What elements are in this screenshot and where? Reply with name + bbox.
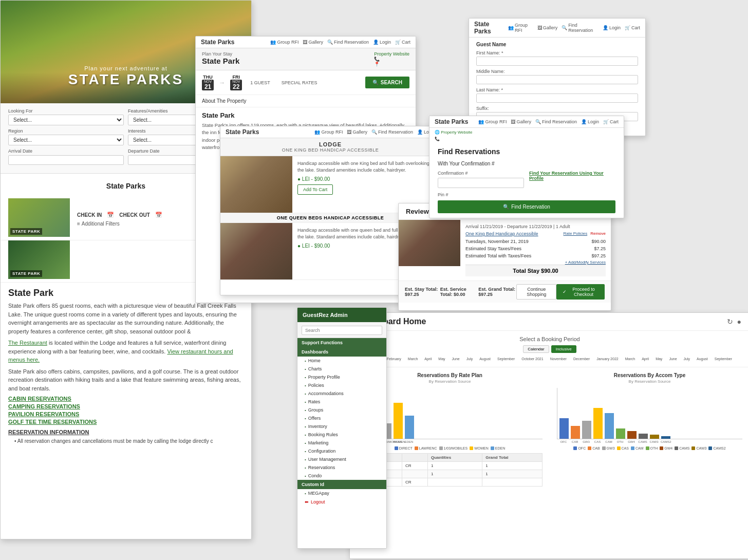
region-select[interactable]: Select... xyxy=(8,135,124,145)
admin-menu-item-groups[interactable]: • Groups xyxy=(297,406,386,414)
guest-cart[interactable]: 🛒 Cart xyxy=(625,25,640,30)
period-tab-calendar[interactable]: Calendar xyxy=(523,345,549,353)
checkout-button[interactable]: ✓ Proceed to Checkout xyxy=(556,284,605,300)
admin-menu-item-accommodations[interactable]: • Accommodations xyxy=(297,389,386,398)
admin-menu-item-configuration[interactable]: • Configuration xyxy=(297,447,386,455)
refresh-icon[interactable]: ↻ xyxy=(727,318,733,326)
lodge-gallery[interactable]: 🖼 Gallery xyxy=(347,129,367,135)
looking-for-select[interactable]: Select... xyxy=(8,115,124,125)
period-month-july[interactable]: July xyxy=(464,356,475,362)
lodge-find-res[interactable]: 🔍 Find Reservation xyxy=(371,129,413,135)
profile-link[interactable]: Find Your Reservation Using Your Profile xyxy=(529,171,615,181)
chart2-bar-caw3[interactable] xyxy=(650,435,659,439)
admin-menu-item-policies[interactable]: • Policies xyxy=(297,381,386,389)
chart1-legend-item-lawrenc: LAWRENC xyxy=(415,446,437,450)
chart2-bar-cams2[interactable] xyxy=(661,436,670,439)
period-month-june[interactable]: June xyxy=(450,356,462,362)
review-room-link[interactable]: One King Bed Handicap Accessible xyxy=(465,231,538,236)
admin-menu-item-charts[interactable]: • Charts xyxy=(297,365,386,373)
chart2-bar-cams[interactable] xyxy=(639,434,648,439)
chart2-bar-cab[interactable] xyxy=(571,426,580,439)
admin-menu-section-custom-id[interactable]: Custom Id xyxy=(297,480,386,489)
admin-menu-item-rates[interactable]: • Rates xyxy=(297,398,386,406)
admin-search-input[interactable] xyxy=(302,326,382,335)
last-name-input[interactable] xyxy=(476,94,638,103)
guest-gallery[interactable]: 🖼 Gallery xyxy=(537,25,558,30)
period-month-september[interactable]: September xyxy=(712,356,735,362)
chart2-bar-ofc[interactable] xyxy=(559,418,569,439)
middle-name-input[interactable] xyxy=(476,75,638,84)
chart2-bar-gw4[interactable] xyxy=(627,431,637,439)
property-website-link[interactable]: Property Website xyxy=(374,51,409,57)
period-month-april[interactable]: April xyxy=(422,356,434,362)
admin-logout-item[interactable]: ⬅ Logout xyxy=(297,497,386,507)
period-month-january-2022[interactable]: January 2022 xyxy=(594,356,621,362)
period-month-march[interactable]: March xyxy=(405,356,420,362)
period-month-april[interactable]: April xyxy=(639,356,651,362)
period-month-august[interactable]: August xyxy=(477,356,493,362)
period-month-september[interactable]: September xyxy=(495,356,517,362)
chart2-bar-cam[interactable] xyxy=(605,413,614,439)
find-res-gallery[interactable]: 🖼 Gallery xyxy=(511,119,531,124)
search-button[interactable]: 🔍 SEARCH xyxy=(365,77,409,88)
admin-menu-item-marketing[interactable]: • Marketing xyxy=(297,439,386,447)
add-to-cart-1-button[interactable]: Add To Cart xyxy=(297,184,333,195)
legend-color xyxy=(691,446,695,450)
guest-login[interactable]: 👤 Login xyxy=(603,25,621,30)
arrival-input[interactable]: 2021-06-06 xyxy=(8,155,124,165)
gallery-link[interactable]: 🖼 Gallery xyxy=(303,40,323,45)
period-month-october-2021[interactable]: October 2021 xyxy=(519,356,546,362)
admin-menu-item-booking-rules[interactable]: • Booking Rules xyxy=(297,431,386,439)
chart2-bar-cas[interactable] xyxy=(593,408,603,439)
find-reservation-button[interactable]: 🔍 Find Reservation xyxy=(438,200,615,213)
find-reservation-link[interactable]: 🔍 Find Reservation xyxy=(327,40,369,45)
remove-button[interactable]: Remove xyxy=(590,231,606,236)
period-month-december[interactable]: December xyxy=(571,356,592,362)
period-month-august[interactable]: August xyxy=(694,356,710,362)
guest-group-rfi[interactable]: 👥 Group RFI xyxy=(508,23,533,33)
period-month-june[interactable]: June xyxy=(666,356,679,362)
chart2-bar-oth[interactable] xyxy=(616,428,625,439)
group-rfi-link[interactable]: 👥 Group RFI xyxy=(270,40,298,45)
period-month-july[interactable]: July xyxy=(681,356,693,362)
period-month-may[interactable]: May xyxy=(436,356,447,362)
admin-menu-item-megapay[interactable]: • MEGApay xyxy=(297,489,386,497)
period-month-may[interactable]: May xyxy=(653,356,665,362)
chart2-bar-gw3[interactable] xyxy=(582,421,591,439)
chart1-bar-women[interactable] xyxy=(394,403,403,439)
admin-menu-item-reservations[interactable]: • Reservations xyxy=(297,463,386,472)
about-tab[interactable]: About The Property xyxy=(196,95,416,107)
guest-find-res[interactable]: 🔍 Find Reservation xyxy=(562,23,599,33)
confirmation-input[interactable] xyxy=(438,178,524,188)
chart1-bar-eden[interactable] xyxy=(405,416,414,439)
admin-menu-section-dashboards[interactable]: Dashboards xyxy=(297,347,386,357)
continue-shopping-button[interactable]: Continue Shopping xyxy=(516,284,556,300)
find-res-login[interactable]: 👤 Login xyxy=(581,119,599,124)
admin-menu-item-offers[interactable]: • Offers xyxy=(297,414,386,422)
period-tab-inclusive[interactable]: Inclusive xyxy=(551,345,576,353)
admin-menu-item-home[interactable]: • Home xyxy=(297,357,386,365)
camping-res-link[interactable]: CAMPING RESERVATIONS xyxy=(8,403,244,409)
first-name-input[interactable] xyxy=(476,57,638,66)
rate-policies-link[interactable]: Rate Policies xyxy=(564,231,588,236)
login-link[interactable]: 👤 Login xyxy=(373,40,391,45)
add-modify-services[interactable]: + Add/Modify Services xyxy=(565,260,606,265)
find-res-group-rfi[interactable]: 👥 Group RFI xyxy=(478,119,507,124)
admin-menu-item-inventory[interactable]: • Inventory xyxy=(297,422,386,431)
golf-res-link[interactable]: GOLF TEE TIME RESERVATIONS xyxy=(8,419,244,425)
restaurant-link[interactable]: The Restaurant xyxy=(8,340,47,346)
admin-menu-section-support-functions[interactable]: Support Functions xyxy=(297,338,386,347)
cabin-res-link[interactable]: CABIN RESERVATIONS xyxy=(8,396,244,402)
pavilion-res-link[interactable]: PAVILION RESERVATIONS xyxy=(8,411,244,417)
period-month-february[interactable]: February xyxy=(384,356,404,362)
admin-menu-item-user-management[interactable]: • User Management xyxy=(297,455,386,463)
admin-menu-item-property-profile[interactable]: • Property Profile xyxy=(297,373,386,381)
find-res-cart[interactable]: 🛒 Cart xyxy=(603,119,619,124)
cart-link[interactable]: 🛒 Cart xyxy=(395,40,410,45)
review-actions: Rate Policies Remove xyxy=(564,231,606,236)
period-month-march[interactable]: March xyxy=(623,356,638,362)
find-res-find[interactable]: 🔍 Find Reservation xyxy=(535,119,577,124)
lodge-group-rfi[interactable]: 👥 Group RFI xyxy=(314,129,343,135)
admin-menu-item-condo[interactable]: • Condo xyxy=(297,472,386,480)
period-month-november[interactable]: November xyxy=(548,356,569,362)
